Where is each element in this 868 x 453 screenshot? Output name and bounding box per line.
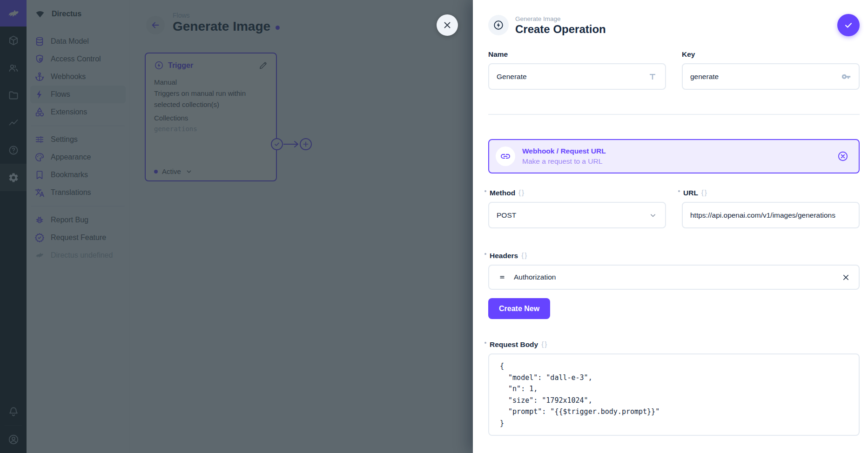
drawer-header: Generate Image Create Operation [473, 0, 868, 36]
deselect-type-icon[interactable] [837, 150, 849, 162]
check-icon [843, 20, 854, 30]
operation-type-banner: Webhook / Request URL Make a request to … [488, 139, 860, 173]
url-label: URL [683, 189, 698, 197]
request-body-label: Request Body [490, 340, 538, 349]
required-dot [678, 190, 680, 192]
url-field: URL {} [682, 189, 860, 228]
header-row[interactable]: Authorization [488, 265, 860, 290]
name-input[interactable] [497, 73, 643, 81]
drag-handle-icon[interactable] [498, 273, 507, 282]
raw-value-toggle-icon[interactable]: {} [518, 188, 525, 196]
name-label: Name [488, 50, 508, 59]
close-icon [442, 20, 452, 30]
bolt-circle-icon [493, 20, 504, 31]
key-field: Key [682, 50, 860, 90]
raw-value-toggle-icon[interactable]: {} [701, 188, 708, 196]
method-label: Method [490, 189, 515, 197]
close-drawer-button[interactable] [437, 14, 458, 36]
headers-label: Headers [490, 252, 518, 260]
method-field: Method {} POST [488, 189, 666, 228]
required-dot [484, 342, 486, 344]
url-input[interactable] [690, 211, 851, 220]
headers-field: Headers {} Authorization Create New [488, 252, 860, 319]
section-divider [488, 114, 860, 115]
method-value: POST [497, 211, 648, 220]
link-icon [496, 147, 515, 166]
chevron-down-icon [648, 211, 658, 220]
request-body-field: Request Body {} { "model": "dall-e-3", "… [488, 340, 860, 436]
header-key[interactable]: Authorization [514, 273, 556, 281]
drawer-title: Create Operation [515, 23, 606, 35]
raw-value-toggle-icon[interactable]: {} [521, 251, 528, 259]
required-dot [484, 190, 486, 192]
key-input[interactable] [690, 73, 836, 81]
create-new-header-button[interactable]: Create New [488, 298, 550, 319]
operation-icon-badge [488, 15, 509, 35]
raw-value-toggle-icon[interactable]: {} [541, 340, 548, 348]
name-field: Name [488, 50, 666, 90]
key-icon [841, 72, 851, 82]
required-dot [484, 253, 486, 255]
drawer-breadcrumb: Generate Image [515, 15, 606, 22]
key-label: Key [682, 50, 695, 59]
create-operation-drawer: Generate Image Create Operation Name Key [473, 0, 868, 453]
method-select[interactable]: POST [488, 202, 666, 228]
drawer-overlay[interactable] [0, 0, 473, 453]
title-formatter-icon [647, 72, 658, 82]
save-button[interactable] [837, 14, 860, 36]
banner-title: Webhook / Request URL [522, 147, 606, 155]
request-body-editor[interactable]: { "model": "dall-e-3", "n": 1, "size": "… [488, 353, 860, 436]
banner-subtitle: Make a request to a URL [522, 157, 606, 166]
delete-header-icon[interactable] [841, 273, 850, 282]
